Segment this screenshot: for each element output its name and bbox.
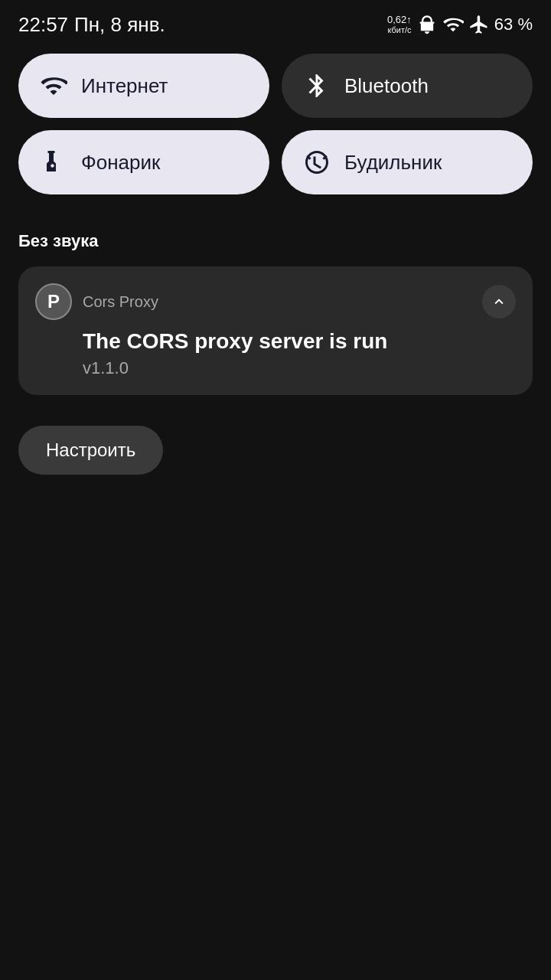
notification-card[interactable]: P Cors Proxy The CORS proxy server is ru…	[18, 266, 533, 395]
alarm-status-icon	[416, 14, 438, 35]
app-name: Cors Proxy	[83, 293, 158, 311]
status-bar: 22:57 Пн, 8 янв. 0,62↑ кбит/с 63 %	[0, 0, 551, 46]
app-icon: P	[35, 283, 72, 320]
section-silent-label: Без звука	[18, 231, 533, 251]
battery-level: 63 %	[494, 15, 533, 34]
tile-alarm[interactable]: Будильник	[282, 130, 533, 194]
tile-alarm-label: Будильник	[344, 151, 442, 175]
notification-section: Без звука P Cors Proxy The CORS proxy se…	[0, 213, 551, 407]
tile-internet[interactable]: Интернет	[18, 54, 269, 118]
wifi-icon	[40, 72, 67, 100]
status-time: 22:57	[18, 13, 68, 37]
notification-header: P Cors Proxy	[35, 283, 516, 320]
bluetooth-icon	[303, 72, 331, 100]
chevron-up-icon	[491, 293, 507, 310]
configure-section: Настроить	[0, 407, 551, 493]
data-speed: 0,62↑ кбит/с	[387, 15, 412, 34]
configure-button[interactable]: Настроить	[18, 426, 163, 475]
app-info: P Cors Proxy	[35, 283, 158, 320]
wifi-status-icon	[442, 14, 464, 35]
notification-subtitle: v1.1.0	[83, 358, 516, 378]
alarm-icon	[303, 149, 331, 176]
status-icons: 0,62↑ кбит/с 63 %	[387, 14, 533, 35]
quick-settings-grid: Интернет Bluetooth Фонарик Будильник	[0, 46, 551, 213]
tile-internet-label: Интернет	[81, 74, 168, 98]
tile-flashlight-label: Фонарик	[81, 151, 160, 175]
tile-flashlight[interactable]: Фонарик	[18, 130, 269, 194]
flashlight-icon	[40, 149, 67, 176]
tile-bluetooth[interactable]: Bluetooth	[282, 54, 533, 118]
expand-button[interactable]	[482, 285, 516, 318]
airplane-icon	[468, 14, 490, 35]
notification-title: The CORS proxy server is run	[83, 329, 516, 354]
status-date: Пн, 8 янв.	[74, 13, 165, 37]
tile-bluetooth-label: Bluetooth	[344, 74, 429, 98]
